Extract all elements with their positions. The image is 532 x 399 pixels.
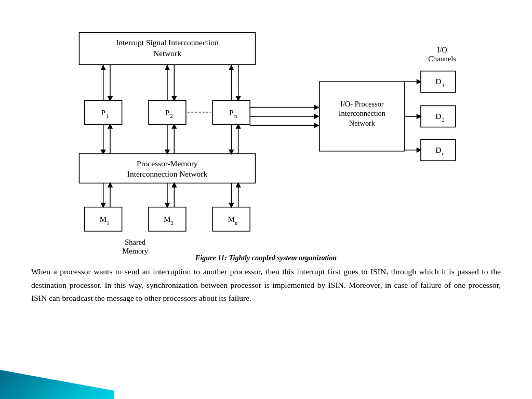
svg-text:P: P [101, 108, 105, 117]
svg-marker-84 [314, 114, 319, 119]
page-content: Interrupt Signal Interconnection Network… [0, 0, 532, 399]
svg-text:Processor-Memory: Processor-Memory [137, 159, 198, 168]
svg-text:Channels: Channels [428, 55, 456, 63]
svg-text:M: M [228, 215, 235, 223]
diagram-container: Interrupt Signal Interconnection Network… [31, 10, 501, 260]
svg-text:n: n [234, 113, 237, 119]
svg-text:P: P [165, 108, 170, 117]
svg-text:2: 2 [171, 220, 174, 226]
svg-text:D: D [435, 112, 441, 121]
svg-rect-13 [79, 154, 255, 183]
svg-text:Network: Network [153, 49, 181, 58]
svg-text:n: n [235, 220, 237, 226]
bottom-decoration [0, 357, 114, 399]
svg-text:n: n [442, 151, 444, 156]
svg-text:I/O- Processor: I/O- Processor [340, 100, 384, 108]
architecture-diagram: Interrupt Signal Interconnection Network… [31, 10, 501, 260]
svg-text:M: M [100, 215, 107, 223]
text-paragraph: When a processor wants to send an interr… [31, 265, 501, 305]
svg-text:1: 1 [107, 220, 109, 226]
svg-text:Memory: Memory [123, 247, 149, 255]
svg-text:Network: Network [349, 119, 376, 127]
svg-text:2: 2 [170, 113, 173, 119]
svg-marker-82 [314, 104, 319, 110]
svg-text:M: M [164, 215, 171, 223]
paragraph-text: When a processor wants to send an interr… [31, 265, 501, 305]
svg-text:P: P [229, 108, 234, 117]
svg-text:Shared: Shared [125, 238, 146, 246]
svg-marker-86 [314, 123, 319, 128]
svg-text:Interconnection Network: Interconnection Network [127, 169, 208, 178]
svg-text:1: 1 [442, 83, 444, 88]
svg-text:2: 2 [442, 117, 444, 123]
svg-text:Interconnection: Interconnection [339, 109, 385, 117]
svg-text:I/O: I/O [437, 46, 447, 54]
svg-text:Interrupt Signal Interconnecti: Interrupt Signal Interconnection [116, 38, 219, 47]
svg-text:D: D [435, 145, 441, 154]
svg-text:1: 1 [106, 113, 109, 119]
svg-text:D: D [435, 77, 441, 86]
